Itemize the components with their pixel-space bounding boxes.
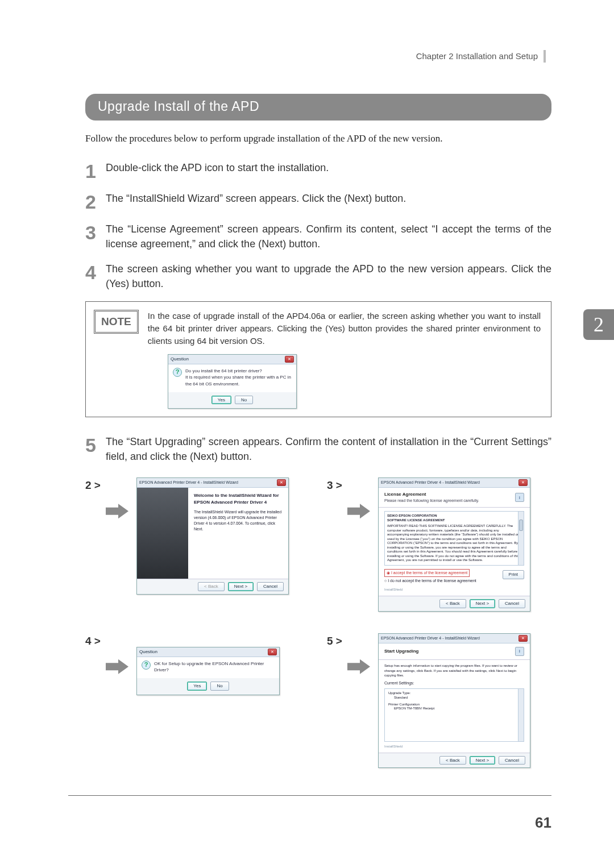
dialog-titlebar: Question ✕	[137, 647, 279, 657]
section-heading-bg: Upgrade Install of the APD	[85, 94, 551, 121]
step-text: The “Start Upgrading” screen appears. Co…	[106, 434, 551, 464]
dialog-title: EPSON Advanced Printer Driver 4 - Instal…	[139, 480, 238, 485]
current-settings-box[interactable]: Upgrade Type: Standard Printer Configura…	[384, 688, 524, 742]
next-button[interactable]: Next >	[470, 599, 495, 608]
steps-list: 1 Double-click the APD icon to start the…	[85, 160, 551, 291]
dialog-buttons: Yes No	[137, 678, 279, 695]
cancel-button[interactable]: Cancel	[499, 756, 525, 765]
scrollbar[interactable]	[518, 689, 524, 741]
wizard-sidebar-image	[137, 488, 188, 579]
screenshot-4: 4 > Question ✕ ? OK for Setup to upgrade…	[85, 633, 310, 769]
step-4: 4 The screen asking whether you want to …	[85, 261, 551, 291]
steps-list-continued: 5 The “Start Upgrading” screen appears. …	[85, 434, 551, 464]
wizard-subheader: License Agreement Please read the follow…	[379, 488, 530, 508]
no-button[interactable]: No	[235, 396, 253, 405]
installshield-brand: InstallShield	[384, 587, 524, 592]
step-number: 5	[85, 434, 106, 455]
step-text: The screen asking whether you want to up…	[106, 261, 551, 291]
dialog-titlebar: Question ✕	[168, 355, 296, 364]
close-icon[interactable]: ✕	[518, 635, 528, 642]
dialog-title: EPSON Advanced Printer Driver 4 - Instal…	[381, 480, 480, 485]
print-button[interactable]: Print	[503, 570, 524, 579]
screenshot-label: 5 >	[327, 633, 347, 649]
wizard-buttons: < Back Next > Cancel	[379, 753, 530, 768]
printer-config-label: Printer Configuration	[388, 703, 520, 707]
cancel-button[interactable]: Cancel	[499, 599, 525, 608]
step-text: Double-click the APD icon to start the i…	[106, 160, 551, 175]
next-button[interactable]: Next >	[470, 756, 495, 765]
page: Chapter 2 Installation and Setup 2 Upgra…	[0, 0, 614, 868]
wizard-subheader: Start Upgrading i	[379, 643, 530, 660]
wizard-welcome-dialog: EPSON Advanced Printer Driver 4 - Instal…	[136, 477, 289, 595]
back-button[interactable]: < Back	[439, 599, 466, 608]
step-text: The “License Agreement” screen appears. …	[106, 222, 551, 251]
radio-accept[interactable]: ◉ I accept the terms of the license agre…	[384, 569, 470, 577]
screenshot-label: 2 >	[85, 477, 106, 493]
no-button[interactable]: No	[210, 682, 229, 691]
close-icon[interactable]: ✕	[277, 479, 286, 486]
wizard-buttons: < Back Next > Cancel	[379, 596, 530, 611]
start-instruction: Setup has enough information to start co…	[384, 663, 524, 678]
wizard-subheader-title: Start Upgrading	[384, 648, 418, 655]
wizard-buttons: < Back Next > Cancel	[137, 579, 288, 594]
dialog-msg-line-2: It is required when you share the printe…	[185, 374, 292, 387]
step-number: 2	[85, 191, 106, 211]
step-1: 1 Double-click the APD icon to start the…	[85, 160, 551, 181]
close-icon[interactable]: ✕	[268, 649, 277, 655]
license-body: IMPORTANT! READ THIS SOFTWARE LICENSE AG…	[387, 524, 521, 563]
screenshot-label: 4 >	[85, 633, 106, 649]
screenshot-2: 2 > EPSON Advanced Printer Driver 4 - In…	[85, 477, 310, 611]
upgrade-type-label: Upgrade Type:	[388, 691, 520, 696]
cancel-button[interactable]: Cancel	[257, 582, 284, 591]
section-heading: Upgrade Install of the APD	[98, 99, 259, 114]
dialog-msg: OK for Setup to upgrade the EPSON Advanc…	[154, 661, 275, 674]
yes-button[interactable]: Yes	[187, 682, 207, 691]
step-text: The “InstallShield Wizard” screen appear…	[106, 191, 551, 206]
license-textbox[interactable]: SEIKO EPSON CORPORATION SOFTWARE LICENSE…	[384, 511, 524, 566]
dialog-titlebar: EPSON Advanced Printer Driver 4 - Instal…	[379, 478, 530, 488]
note-text: In the case of upgrade install of the AP…	[148, 310, 541, 347]
yes-button[interactable]: Yes	[211, 396, 231, 405]
dialog-body: ? Do you install the 64 bit printer driv…	[168, 364, 296, 392]
screenshot-5: 5 > EPSON Advanced Printer Driver 4 - In…	[327, 633, 551, 769]
arrow-right-icon	[106, 659, 128, 674]
license-radio-group: ◉ I accept the terms of the license agre…	[384, 569, 476, 584]
wizard-start-upgrading-dialog: EPSON Advanced Printer Driver 4 - Instal…	[378, 633, 530, 769]
arrow-right-icon	[347, 504, 370, 518]
question-icon: ?	[173, 368, 182, 377]
arrow-right-icon	[106, 504, 128, 518]
wizard-license-dialog: EPSON Advanced Printer Driver 4 - Instal…	[378, 477, 530, 611]
back-button: < Back	[198, 582, 225, 591]
note-box: NOTE In the case of upgrade install of t…	[85, 301, 551, 417]
step-3: 3 The “License Agreement” screen appears…	[85, 222, 551, 251]
next-button[interactable]: Next >	[228, 582, 254, 591]
dialog-title: EPSON Advanced Printer Driver 4 - Instal…	[381, 636, 480, 641]
scrollbar[interactable]	[518, 512, 524, 565]
close-icon[interactable]: ✕	[285, 356, 294, 363]
dialog-title: Question	[139, 649, 157, 655]
step-number: 1	[85, 160, 106, 181]
license-line-1: SEIKO EPSON CORPORATION	[387, 514, 521, 518]
step-5: 5 The “Start Upgrading” screen appears. …	[85, 434, 551, 464]
dialog-titlebar: EPSON Advanced Printer Driver 4 - Instal…	[137, 478, 288, 488]
wizard-subheader-title: License Agreement	[384, 491, 479, 498]
scrollbar-thumb[interactable]	[519, 520, 523, 531]
chapter-side-tab: 2	[583, 309, 614, 340]
back-button[interactable]: < Back	[439, 756, 466, 765]
radio-decline[interactable]: ○ I do not accept the terms of the licen…	[384, 579, 476, 583]
wizard-welcome-heading: Welcome to the InstallShield Wizard for …	[194, 492, 283, 505]
wizard-subheader-sub: Please read the following license agreem…	[384, 498, 479, 504]
info-icon: i	[515, 647, 524, 656]
question-dialog-64bit: Question ✕ ? Do you install the 64 bit p…	[168, 354, 297, 409]
step-number: 3	[85, 222, 106, 242]
arrow-right-icon	[347, 659, 370, 674]
close-icon[interactable]: ✕	[518, 479, 528, 486]
installshield-brand: InstallShield	[384, 744, 524, 749]
upgrade-type-value: Standard	[388, 696, 520, 700]
step-number: 4	[85, 261, 106, 282]
content-area: Upgrade Install of the APD Follow the pr…	[85, 94, 551, 768]
footer-rule	[68, 795, 551, 796]
dialog-title: Question	[171, 356, 189, 363]
note-dialog: Question ✕ ? Do you install the 64 bit p…	[168, 354, 297, 409]
current-settings-label: Current Settings:	[384, 680, 524, 686]
